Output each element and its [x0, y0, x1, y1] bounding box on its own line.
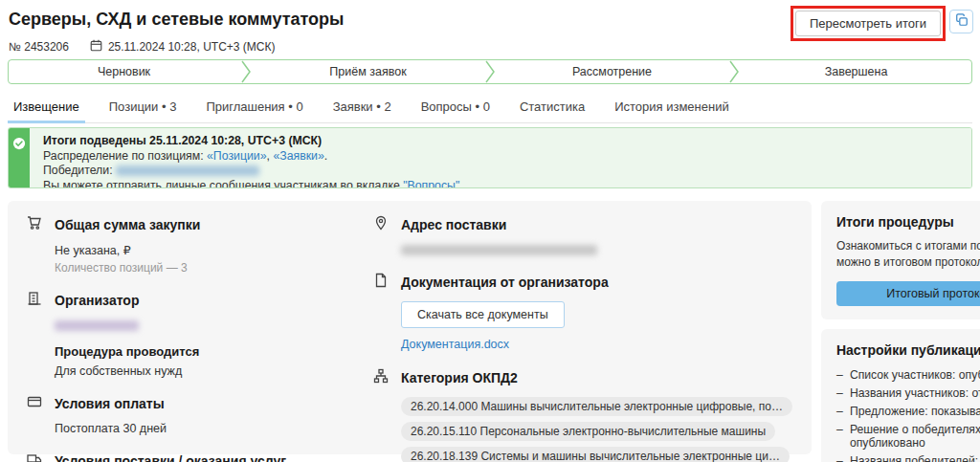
building-icon [27, 291, 42, 310]
okpd2-title: Категория ОКПД2 [401, 370, 518, 385]
check-circle-icon [12, 137, 26, 187]
notice-left-column: Общая сумма закупки Не указана, ₽ Количе… [27, 215, 373, 440]
step-draft: Черновик [9, 60, 239, 83]
documentation-title: Документация от организатора [401, 275, 609, 290]
review-results-button[interactable]: Пересмотреть итоги [795, 11, 941, 36]
total-sum-title: Общая сумма закупки [55, 217, 200, 232]
okpd2-chip: 26.20.18.139 Системы и машины вычислител… [401, 447, 790, 462]
banner-distribution-line: Распределение по позициям: «Позиции», «З… [43, 149, 958, 165]
positions-count-note: Количество позиций — 3 [55, 261, 373, 275]
okpd2-chip-list: 26.20.14.000 Машины вычислительные элект… [401, 397, 792, 462]
payment-terms-section: Условия оплаты Постоплата 30 дней [27, 394, 373, 435]
notice-card: Общая сумма закупки Не указана, ₽ Количе… [8, 201, 812, 454]
banner-message-line: Вы можете отправить личные сообщения уча… [43, 179, 958, 188]
procedure-conducted-title: Процедура проводится [55, 344, 373, 359]
organizer-title: Организатор [55, 293, 139, 308]
procedure-meta: № 2453206 25.11.2024 10:28, UTC+3 (МСК) [9, 39, 275, 55]
results-banner: Итоги подведены 25.11.2024 10:28, UTC+3 … [8, 127, 972, 188]
okpd2-chip: 26.20.15.110 Персональные электронно-выч… [401, 422, 775, 441]
questions-link[interactable]: "Вопросы" [403, 179, 459, 188]
organizer-name-redacted [55, 320, 139, 331]
banner-winners-line: Победители: [43, 164, 958, 179]
publication-setting-item: Названия участников: открыты [836, 385, 980, 403]
chevron-separator-icon [727, 60, 741, 83]
bids-link[interactable]: «Заявки» [273, 149, 323, 163]
page-title: Серверы, СХД и сетевые коммутаторы [9, 10, 344, 30]
hierarchy-icon [373, 368, 389, 387]
positions-link[interactable]: «Позиции» [207, 149, 267, 163]
documentation-section: Документация от организатора Скачать все… [373, 273, 792, 352]
total-sum-section: Общая сумма закупки Не указана, ₽ Количе… [27, 215, 373, 275]
truck-icon [27, 451, 42, 462]
main-content: Общая сумма закупки Не указана, ₽ Количе… [8, 201, 972, 454]
documentation-file-link[interactable]: Документация.docx [401, 338, 509, 351]
page-header: Серверы, СХД и сетевые коммутаторы № 245… [0, 0, 980, 57]
notice-middle-column: Адрес поставки Документация от организат… [373, 215, 792, 440]
step-review: Рассмотрение [497, 60, 727, 83]
organizer-section: Организатор Процедура проводится Для соб… [27, 291, 373, 378]
publication-setting-item: Решение о победителях: опубликовано [836, 421, 980, 452]
tab-positions[interactable]: Позиции • 3 [107, 96, 179, 122]
publication-settings-card: Настройки публикации Список участников: … [821, 329, 980, 462]
final-protocol-button[interactable]: Итоговый протокол [836, 281, 980, 306]
payment-terms-title: Условия оплаты [55, 396, 165, 411]
okpd2-chip: 26.20.14.000 Машины вычислительные элект… [401, 397, 792, 416]
publication-setting-item: Предложение: показывать цены [836, 403, 980, 421]
total-sum-value: Не указана, ₽ [55, 243, 373, 257]
tab-history[interactable]: История изменений [612, 96, 731, 122]
procedure-results-text: Ознакомиться с итогами подробнее можно в… [836, 238, 980, 271]
calendar-icon [90, 39, 102, 55]
red-annotation-box: Пересмотреть итоги [791, 6, 946, 41]
chevron-separator-icon [483, 60, 497, 83]
delivery-address-section: Адрес поставки [373, 215, 792, 256]
right-sidebar: Итоги процедуры Ознакомиться с итогами п… [821, 201, 980, 454]
delivery-address-redacted [401, 245, 597, 255]
winner-name-redacted [116, 165, 259, 176]
status-stepper: Черновик Приём заявок Рассмотрение Завер… [8, 59, 972, 84]
procedure-page: Серверы, СХД и сетевые коммутаторы № 245… [0, 0, 980, 462]
delivery-terms-section: Условия поставки / оказания услуг [27, 451, 373, 462]
tab-invitations[interactable]: Приглашения • 0 [204, 96, 304, 122]
banner-body: Итоги подведены 25.11.2024 10:28, UTC+3 … [30, 128, 971, 187]
publication-settings-list: Список участников: опубликован Названия … [836, 366, 980, 462]
chevron-separator-icon [239, 60, 253, 83]
procedure-results-card: Итоги процедуры Ознакомиться с итогами п… [821, 201, 980, 319]
procedure-number: № 2453206 [9, 40, 69, 54]
map-pin-icon [373, 215, 389, 234]
banner-success-strip [9, 128, 30, 187]
copy-link-button[interactable] [949, 10, 973, 33]
credit-card-icon [27, 394, 42, 413]
copy-icon [955, 13, 969, 30]
payment-terms-value: Постоплата 30 дней [55, 422, 373, 435]
tab-statistics[interactable]: Статистика [518, 96, 587, 122]
download-all-documents-button[interactable]: Скачать все документы [401, 301, 565, 328]
tab-notice[interactable]: Извещение [11, 96, 81, 122]
procedure-conducted-value: Для собственных нужд [55, 364, 373, 378]
publication-setting-item: Список участников: опубликован [836, 366, 980, 385]
delivery-terms-title: Условия поставки / оказания услуг [55, 453, 286, 462]
step-accepting-bids: Приём заявок [253, 60, 483, 83]
okpd2-section: Категория ОКПД2 26.20.14.000 Машины вычи… [373, 368, 792, 462]
publication-setting-item: Названия победителей: открыты [836, 452, 980, 462]
tab-questions[interactable]: Вопросы • 0 [419, 96, 492, 122]
step-completed: Завершена [741, 60, 971, 83]
delivery-address-title: Адрес поставки [401, 217, 506, 232]
tab-bar: Извещение Позиции • 3 Приглашения • 0 За… [8, 96, 972, 123]
banner-title: Итоги подведены 25.11.2024 10:28, UTC+3 … [43, 134, 958, 149]
procedure-results-title: Итоги процедуры [836, 214, 980, 230]
publication-settings-title: Настройки публикации [836, 342, 980, 358]
tab-bids[interactable]: Заявки • 2 [331, 96, 393, 122]
document-icon [373, 273, 389, 292]
procedure-datetime: 25.11.2024 10:28, UTC+3 (МСК) [90, 39, 276, 55]
cart-icon [27, 215, 42, 234]
